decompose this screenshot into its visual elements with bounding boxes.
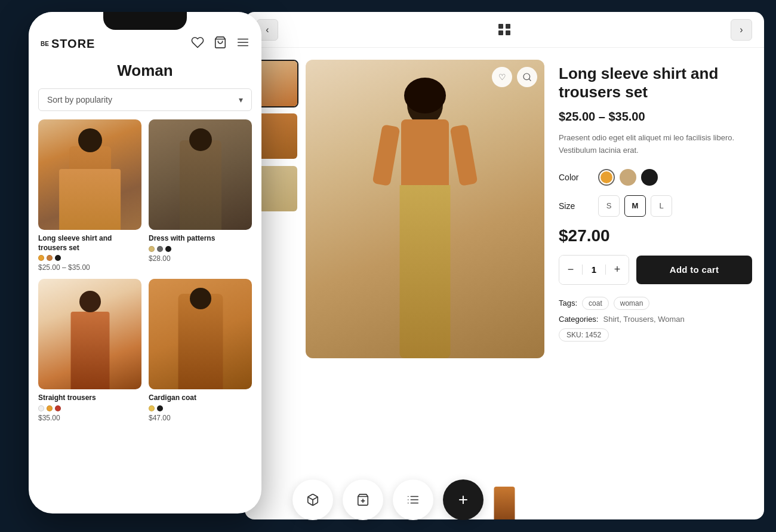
wishlist-product-button[interactable]: ♡ (492, 67, 512, 87)
thumb-img-2 (258, 113, 297, 159)
product-image-3 (38, 279, 141, 389)
quantity-control: − 1 + (559, 255, 629, 285)
color-option-black[interactable] (641, 169, 658, 186)
detail-content: ♡ Long sleeve shirt and trousers set $25… (245, 48, 764, 519)
plus-icon: + (458, 490, 468, 509)
next-button[interactable]: › (731, 19, 752, 41)
category-title: Woman (29, 59, 261, 88)
bottom-toolbar: + (292, 479, 484, 520)
color-dot (165, 246, 171, 252)
thumbnail-1[interactable] (257, 60, 298, 107)
grid-cell (506, 30, 510, 35)
toolbar-box-button[interactable] (292, 479, 333, 520)
size-options: S M L (598, 195, 672, 217)
product-colors-2 (149, 246, 252, 252)
grid-cell (506, 24, 510, 29)
product-price-4: $47.00 (149, 414, 252, 422)
product-image-2 (149, 119, 252, 230)
qty-decrease-button[interactable]: − (559, 256, 582, 284)
detail-nav: ‹ › (245, 12, 764, 48)
zoom-button[interactable] (517, 67, 537, 87)
thumbnail-2[interactable] (257, 112, 298, 160)
box-icon (306, 493, 319, 506)
grid-view-icon[interactable] (498, 24, 510, 35)
color-dot (38, 405, 44, 411)
size-m[interactable]: M (624, 195, 646, 217)
menu-icon[interactable] (236, 36, 250, 52)
product-card-3[interactable]: Straight trousers $35.00 (38, 279, 141, 422)
app-logo[interactable]: BE STORE (41, 37, 95, 51)
cart-icon[interactable] (214, 36, 227, 52)
product-image-1 (38, 119, 141, 230)
categories-row: Categories: Shirt, Trousers, Woman (559, 315, 752, 324)
product-img-placeholder-1 (38, 119, 141, 230)
header-icons (191, 36, 250, 52)
color-options (598, 169, 658, 186)
product-description: Praesent odio eget elit aliquet mi leo f… (559, 132, 752, 157)
product-price-2: $28.00 (149, 254, 252, 263)
color-option-orange[interactable] (598, 169, 615, 186)
color-dot (149, 246, 155, 252)
size-option-row: Size S M L (559, 195, 752, 217)
phone-inner: BE STORE Woman Sort by popularity ▾ (29, 12, 261, 513)
qty-increase-button[interactable]: + (606, 256, 629, 284)
phone-notch (103, 12, 187, 30)
tag-woman[interactable]: woman (614, 297, 650, 310)
product-detail-name: Long sleeve shirt and trousers set (559, 64, 752, 102)
product-info: Long sleeve shirt and trousers set $25.0… (559, 60, 752, 508)
product-colors-4 (149, 405, 252, 411)
sort-dropdown[interactable]: Sort by popularity ▾ (38, 88, 252, 111)
toolbar-add-button[interactable]: + (443, 479, 484, 520)
color-dot (47, 255, 53, 261)
size-label: Size (559, 201, 589, 211)
toolbar-bag-button[interactable] (343, 479, 383, 520)
size-l[interactable]: L (651, 195, 672, 217)
current-price: $27.00 (559, 226, 752, 245)
add-to-cart-button[interactable]: Add to cart (636, 256, 752, 284)
main-img-bg (306, 60, 544, 358)
product-img-placeholder-4 (149, 279, 252, 389)
tags-label: Tags: (559, 299, 577, 307)
grid-cell (498, 30, 503, 35)
image-gallery: ♡ (257, 60, 544, 508)
color-dot (55, 255, 61, 261)
color-dot (157, 405, 163, 411)
model-figure (371, 84, 479, 358)
product-name-3: Straight trousers (38, 393, 141, 403)
toolbar-list-button[interactable] (393, 479, 433, 520)
main-product-image: ♡ (306, 60, 544, 358)
color-option-tan[interactable] (620, 169, 636, 186)
color-dot (157, 246, 163, 252)
color-dot (149, 405, 155, 411)
product-grid: Long sleeve shirt and trousers set $25.0… (29, 119, 261, 422)
tags-row: Tags: coat woman (559, 297, 752, 310)
thumb-img-3 (258, 166, 297, 211)
categories-value: Shirt, Trousers, Woman (603, 315, 684, 324)
color-dot (38, 255, 44, 261)
product-name-2: Dress with patterns (149, 234, 252, 244)
svg-line-5 (529, 79, 531, 81)
product-card-4[interactable]: Cardigan coat $47.00 (149, 279, 252, 422)
tag-coat[interactable]: coat (582, 297, 609, 310)
sku-label: SKU: (566, 331, 583, 339)
grid-cell (498, 24, 503, 29)
size-s[interactable]: S (598, 195, 620, 217)
wishlist-icon[interactable] (191, 36, 204, 52)
categories-label: Categories: (559, 315, 598, 324)
product-card-1[interactable]: Long sleeve shirt and trousers set $25.0… (38, 119, 141, 272)
thumbnail-3[interactable] (257, 165, 298, 213)
qty-value: 1 (582, 265, 606, 275)
sku-badge: SKU: 1452 (559, 328, 609, 342)
product-image-4 (149, 279, 252, 389)
bag-plus-icon (356, 493, 369, 506)
detail-panel: ‹ › (245, 12, 764, 519)
product-img-placeholder-2 (149, 119, 252, 230)
chevron-right-icon: › (740, 24, 743, 35)
product-price-3: $35.00 (38, 414, 141, 422)
product-colors-1 (38, 255, 141, 261)
color-option-row: Color (559, 169, 752, 186)
logo-prefix: BE (41, 41, 49, 47)
price-range: $25.00 – $35.00 (559, 110, 752, 124)
product-name-4: Cardigan coat (149, 393, 252, 403)
product-card-2[interactable]: Dress with patterns $28.00 (149, 119, 252, 272)
